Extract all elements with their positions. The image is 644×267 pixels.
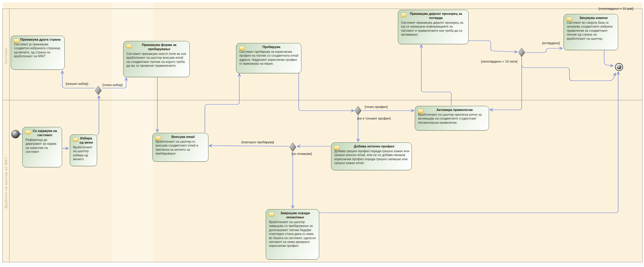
edge-menu-to-decision1[interactable]	[96, 96, 99, 135]
activity-zavrshuva-poradi-nenaoganje[interactable]: Завршува поради ненаоѓање Вработениот на…	[266, 209, 319, 260]
activity-se-najavuva[interactable]: Се најавува на системот Референца до диј…	[22, 127, 62, 167]
activity-icon	[126, 44, 132, 48]
edge-dialog-to-decision4[interactable]	[468, 41, 517, 52]
activity-body: Вработениот на шалтер притиска копче за …	[415, 112, 489, 126]
guard-label[interactable]: [точен профил]	[365, 105, 388, 109]
edge-save-to-final[interactable]	[604, 50, 613, 66]
activity-zachuvuva-izmeni[interactable]: Зачувува измени Системот во својата база…	[564, 14, 618, 50]
activity-diagram: { "diagram": { "lanes": [ { "label": "Си…	[0, 0, 644, 267]
activity-icon	[239, 46, 245, 50]
edge-activate-to-dialog[interactable]	[421, 45, 451, 105]
edge-decision4-retry-loop[interactable]	[490, 57, 522, 110]
activity-prebaruva[interactable]: Пребарува Системот пребарува за кориснич…	[236, 43, 301, 73]
activity-dobiva-netochen-profil[interactable]: Добива неточен профил Добива грешен проф…	[331, 142, 412, 170]
decision-diamond-profile[interactable]	[355, 106, 361, 115]
activity-izbira-od-meni[interactable]: Избира од мени Вработениот на шалтер изб…	[70, 134, 97, 166]
decision-diamond-confirm[interactable]	[518, 48, 525, 57]
edge-search-to-decision2[interactable]	[299, 73, 354, 111]
activity-body: Вработениот на шалтер го внесува соодвет…	[153, 139, 208, 157]
activity-title: Добива неточен профил	[331, 143, 412, 149]
activity-body: Системот ја прикажува соодветно избранат…	[11, 42, 64, 60]
activity-body: Системот во својата база ги зачувува соо…	[564, 20, 618, 42]
edge-decision4-limit-to-final[interactable]	[522, 65, 615, 81]
activity-icon	[334, 145, 340, 150]
activity-aktivira-privilegii[interactable]: Активира привилегии Вработениот на шалте…	[415, 106, 489, 131]
activity-icon	[401, 13, 406, 17]
activity-body: Референца до дијаграмот за најава на кор…	[23, 138, 62, 155]
edge-email-to-search[interactable]	[205, 74, 239, 132]
guard-label[interactable]: [потврдено]	[542, 41, 560, 45]
edge-decision4-confirmed[interactable]	[526, 48, 562, 53]
activity-body: Вработениот на шалтер избира од менито	[70, 145, 97, 163]
activity-icon	[418, 109, 423, 113]
guard-label[interactable]: [непотврдено = 10 pati]	[599, 7, 633, 10]
activity-icon	[73, 137, 78, 142]
initial-node[interactable]	[11, 130, 20, 138]
guard-label[interactable]: [не е точниот профил]	[357, 117, 391, 120]
activity-title: Внесува email	[153, 133, 208, 139]
guard-label[interactable]: [повторно пребарува]	[241, 140, 274, 144]
activity-title: Прикажува дијалог прозорец за потврда	[398, 10, 468, 20]
activity-icon	[155, 136, 161, 140]
activity-title: Пребарува	[236, 43, 301, 50]
activity-icon	[14, 39, 19, 43]
edge-decision1-wrong[interactable]	[62, 71, 95, 88]
guard-label[interactable]: [точен избор]	[102, 83, 122, 87]
activity-vnesuva-email[interactable]: Внесува email Вработениот на шалтер го в…	[152, 133, 208, 162]
activity-prikazhuva-forma-za-prebaruvanje[interactable]: Прикажува форма за пребарување Системот …	[123, 41, 190, 77]
edge-layer	[0, 0, 644, 267]
activity-body: Системот пребарува за кориснички профил …	[236, 50, 301, 67]
guard-label[interactable]: [непотврдено < 10 пати]	[481, 60, 517, 63]
activity-body: Системот прикажува search поле во кое вр…	[124, 52, 189, 69]
decision-diamond-menu[interactable]	[95, 86, 102, 95]
guard-label[interactable]: [грешен избор]	[66, 82, 88, 85]
activity-icon	[269, 212, 274, 217]
edge-decision3-retry[interactable]	[209, 146, 289, 146]
activity-icon	[567, 17, 572, 21]
activity-title: Прикажува форма за пребарување	[124, 41, 189, 52]
activity-prikazhuva-druga-strana[interactable]: Прикажува друга страна Системот ја прика…	[11, 36, 65, 70]
activity-body: Системот прикажува дијалог прозорец на к…	[398, 20, 468, 38]
decision-diamond-retry[interactable]	[289, 143, 296, 152]
activity-icon	[25, 130, 31, 134]
activity-body: Добива грешен профил поради грешно кажан…	[331, 149, 412, 167]
guard-label[interactable]: [се откажува]	[292, 152, 312, 155]
activity-title: Активира привилегии	[415, 106, 489, 112]
final-node[interactable]	[615, 63, 623, 71]
activity-body: Вработениот на шалтер завршува со пребар…	[266, 220, 319, 249]
activity-prikazhuva-dijalog-prozorec[interactable]: Прикажува дијалог прозорец за потврда Си…	[398, 10, 469, 44]
